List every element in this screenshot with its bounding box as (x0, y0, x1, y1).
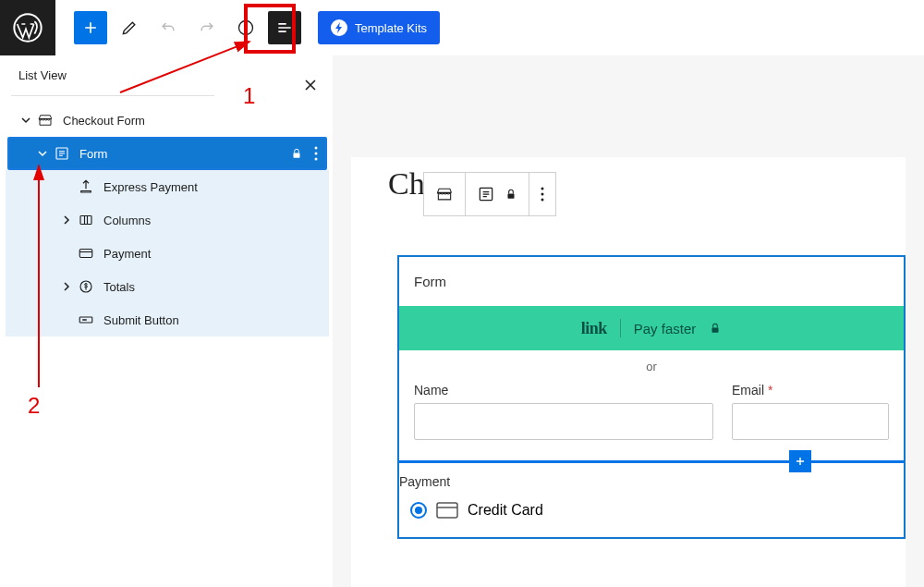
annotation-number-1: 1 (243, 83, 255, 109)
email-input[interactable] (732, 403, 889, 440)
tree-item-label: Checkout Form (63, 114, 145, 128)
undo-button[interactable] (152, 11, 185, 44)
tree-item-label: Form (79, 147, 107, 161)
tree-item-label: Columns (103, 214, 151, 227)
lock-icon (709, 322, 722, 335)
tree-item-label: Payment (103, 247, 151, 261)
tree-item-columns[interactable]: Columns (6, 203, 329, 237)
more-icon (541, 187, 544, 202)
edit-button[interactable] (113, 11, 146, 44)
list-view-button[interactable] (268, 11, 301, 44)
card-icon (76, 245, 96, 262)
columns-icon (76, 212, 96, 228)
redo-icon (198, 18, 216, 37)
svg-rect-8 (80, 216, 91, 225)
info-button[interactable] (229, 11, 262, 44)
tree-item-express-payment[interactable]: Express Payment (6, 170, 329, 203)
svg-rect-4 (294, 153, 300, 157)
radio-selected-icon[interactable] (410, 502, 427, 519)
block-inserter-button[interactable] (789, 450, 811, 472)
lock-icon[interactable] (290, 147, 303, 160)
svg-point-6 (315, 153, 318, 155)
block-tree: Checkout Form Form Express Payment (6, 104, 329, 336)
or-divider: or (399, 350, 904, 383)
close-icon (303, 78, 318, 92)
redo-button[interactable] (190, 11, 224, 44)
bolt-icon (331, 19, 347, 36)
form-block[interactable]: Form link Pay faster or Name Email * (397, 255, 906, 539)
svg-rect-14 (437, 503, 457, 518)
toolbar-buttons: Template Kits (74, 11, 440, 44)
tree-item-label: Express Payment (103, 180, 198, 194)
name-input[interactable] (414, 403, 713, 440)
chevron-down-icon[interactable] (33, 149, 52, 158)
tree-item-submit-button[interactable]: Submit Button (6, 303, 329, 336)
name-label: Name (414, 383, 713, 397)
tree-item-form[interactable]: Form (7, 137, 327, 170)
plus-icon (81, 18, 100, 37)
chevron-right-icon[interactable] (57, 282, 76, 291)
name-email-row: Name Email * (399, 383, 904, 440)
email-label: Email * (732, 383, 889, 397)
link-brand-logo: link (581, 319, 607, 338)
svg-point-5 (315, 147, 318, 150)
divider (620, 319, 621, 337)
info-icon (237, 18, 255, 37)
svg-rect-12 (82, 319, 87, 321)
annotation-number-2: 2 (28, 393, 40, 419)
plus-icon (794, 455, 807, 468)
tree-item-payment[interactable]: Payment (6, 237, 329, 270)
upload-icon (76, 178, 96, 195)
block-toolbar-parent-button[interactable] (424, 173, 466, 215)
block-toolbar (423, 172, 556, 216)
wordpress-logo[interactable] (0, 0, 55, 55)
list-view-panel: List View Checkout Form Form (6, 55, 329, 336)
button-icon (76, 312, 96, 328)
list-view-title: List View (18, 68, 67, 82)
close-button[interactable] (299, 74, 322, 96)
dollar-icon (76, 278, 96, 295)
chevron-right-icon[interactable] (57, 215, 76, 225)
svg-point-7 (315, 158, 318, 161)
svg-rect-13 (712, 327, 719, 332)
editor-canvas: Checkout Form link Pay faster or Name Em… (333, 55, 924, 587)
svg-point-19 (541, 199, 544, 202)
storefront-icon (435, 185, 454, 203)
card-icon (436, 502, 458, 519)
svg-point-18 (541, 193, 544, 196)
link-text: Pay faster (634, 321, 697, 336)
express-payment-link[interactable]: link Pay faster (399, 306, 904, 350)
form-icon (477, 185, 495, 203)
payment-option-label: Credit Card (468, 502, 543, 519)
tree-item-label: Totals (103, 280, 135, 294)
svg-point-2 (245, 24, 247, 26)
block-inserter-line (399, 460, 904, 463)
wordpress-icon (13, 13, 43, 43)
tree-item-checkout-form[interactable]: Checkout Form (6, 104, 329, 137)
template-kits-label: Template Kits (355, 21, 427, 35)
name-field: Name (414, 383, 713, 440)
list-view-icon (275, 18, 294, 37)
form-block-label: Form (399, 257, 904, 306)
tree-item-label: Submit Button (103, 313, 179, 327)
lock-icon (505, 188, 517, 201)
template-kits-button[interactable]: Template Kits (318, 11, 440, 44)
svg-point-17 (541, 188, 544, 190)
list-view-header: List View (11, 55, 214, 96)
add-block-button[interactable] (74, 11, 107, 44)
payment-option-credit-card[interactable]: Credit Card (399, 502, 904, 519)
payment-section: Payment Credit Card (399, 474, 904, 537)
tree-item-actions (290, 146, 318, 161)
chevron-down-icon[interactable] (17, 116, 35, 125)
payment-label: Payment (399, 474, 904, 489)
svg-rect-9 (79, 250, 92, 258)
pencil-icon (120, 18, 139, 37)
tree-item-totals[interactable]: Totals (6, 270, 329, 303)
more-icon[interactable] (314, 146, 318, 161)
block-toolbar-more-button[interactable] (529, 173, 555, 215)
page-content: Checkout Form link Pay faster or Name Em… (351, 157, 906, 587)
editor-toolbar: Template Kits (0, 0, 924, 55)
undo-icon (159, 18, 177, 37)
form-icon (52, 145, 72, 162)
block-toolbar-form-segment[interactable] (466, 173, 529, 215)
